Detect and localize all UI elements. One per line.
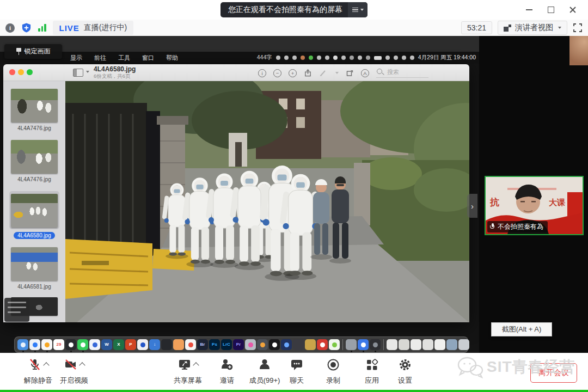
close-button[interactable] (562, 0, 584, 20)
ime-icon[interactable] (292, 56, 297, 60)
moon-icon[interactable] (410, 56, 414, 60)
powerpoint-icon[interactable]: P (125, 339, 136, 350)
thumbnail-image[interactable] (11, 247, 58, 281)
traffic-minimize-button[interactable] (18, 69, 24, 75)
mac-menu-item[interactable]: 工具 (112, 54, 136, 62)
search-field[interactable]: 搜索 (376, 68, 428, 78)
share-icon[interactable] (304, 69, 312, 77)
mac-menu-item[interactable]: 显示 (64, 54, 88, 62)
knot-app-icon[interactable] (89, 339, 100, 350)
capcut-icon[interactable] (269, 339, 280, 350)
mac-menu-item[interactable]: 窗口 (136, 54, 160, 62)
thumbnail-image[interactable] (11, 194, 58, 228)
panel-collapse-arrow[interactable]: › (467, 194, 477, 218)
orange-app-icon[interactable] (173, 339, 184, 350)
finalcut-icon[interactable] (245, 339, 256, 350)
markup-pencil-icon[interactable] (319, 69, 327, 77)
window-thumb[interactable] (399, 339, 409, 350)
participant-video-tile[interactable]: 抗 大课 不会拍照秦有為 (485, 176, 584, 235)
traffic-zoom-button[interactable] (27, 69, 33, 75)
photos-icon[interactable] (41, 339, 52, 350)
sidebar-toggle-icon[interactable] (73, 69, 83, 77)
finder-icon[interactable] (17, 339, 28, 350)
notification-icon[interactable] (317, 56, 321, 60)
photoshop-icon[interactable]: Ps (209, 339, 220, 350)
unmute-button[interactable]: 解除静音 (19, 358, 58, 385)
resolve-icon[interactable] (257, 339, 268, 350)
window-thumb[interactable] (387, 339, 397, 350)
chevron-up-icon[interactable] (193, 362, 199, 368)
chevron-up-icon[interactable] (79, 362, 85, 368)
thumbnail-4L4A7476.jpg[interactable]: 4L4A7476.jpg (9, 89, 59, 132)
fullscreen-icon[interactable] (573, 23, 583, 33)
palette-icon[interactable] (301, 56, 305, 60)
search-icon[interactable] (394, 56, 398, 60)
mic-icon[interactable] (284, 56, 289, 60)
lightroom-icon[interactable]: LrC (221, 339, 232, 350)
record-button[interactable]: 录制 (318, 358, 348, 385)
battery-icon[interactable] (374, 56, 382, 60)
leave-meeting-button[interactable]: 离开会议 (530, 363, 577, 383)
wechat-icon[interactable] (309, 56, 313, 60)
safari-icon[interactable] (29, 339, 40, 350)
invite-button[interactable]: 邀请 (212, 358, 242, 385)
window-thumb[interactable] (411, 339, 421, 350)
compass-app-icon[interactable] (370, 339, 381, 350)
wifi-icon[interactable] (385, 56, 390, 60)
window-thumb[interactable] (422, 339, 433, 350)
apps-button[interactable]: 应用 (357, 358, 387, 385)
thumbnail-4L4A7476.jpg[interactable]: 4L4A7476.jpg (9, 140, 59, 183)
wechat-icon[interactable] (77, 339, 88, 350)
switch-icon[interactable] (358, 56, 362, 60)
bridge-icon[interactable]: Br (197, 339, 208, 350)
thumbnail-4L4A6580.jpg[interactable]: 4L4A6580.jpg (9, 191, 59, 240)
members-button[interactable]: 成员(99+) (242, 358, 287, 385)
excel-icon[interactable]: X (113, 339, 124, 350)
chevron-up-icon[interactable] (43, 362, 49, 368)
screenshot-button[interactable]: 截图(Alt + A) (491, 322, 552, 336)
info-icon[interactable]: i (5, 23, 15, 33)
settings-button[interactable]: 设置 (390, 358, 420, 385)
annotate-icon[interactable]: A (361, 69, 369, 77)
view-mode-selector[interactable]: 演讲者视图 (498, 21, 567, 35)
share-screen-button[interactable]: 共享屏幕 (169, 358, 207, 385)
mac-menu-item[interactable]: 前往 (88, 54, 112, 62)
thumbnail-image[interactable] (11, 89, 58, 122)
qq-icon[interactable] (65, 339, 76, 350)
flame-app-icon[interactable] (185, 339, 196, 350)
play-icon[interactable] (350, 56, 354, 60)
folder-icon[interactable] (446, 339, 457, 350)
lock-view-button[interactable]: 锁定画面 (4, 44, 62, 59)
chevron-down-icon[interactable] (335, 72, 339, 74)
trash-icon[interactable] (458, 339, 469, 350)
network-signal-icon[interactable] (38, 24, 46, 32)
downloader-icon[interactable]: ↓ (149, 339, 160, 350)
camera-icon[interactable] (341, 56, 346, 60)
zoom-out-icon[interactable]: − (273, 69, 281, 77)
rotate-icon[interactable] (346, 69, 354, 77)
thumbnail-4L4A6581.jpg[interactable]: 4L4A6581.jpg (9, 247, 59, 291)
zoom-in-icon[interactable]: + (289, 69, 297, 77)
photo-tool-icon[interactable] (346, 339, 357, 350)
mac-menu-item[interactable]: 帮助 (160, 54, 184, 62)
display-icon[interactable] (402, 56, 406, 60)
terminal-icon[interactable] (161, 339, 172, 350)
globe-app-icon[interactable] (281, 339, 292, 350)
start-video-button[interactable]: 开启视频 (54, 358, 94, 385)
word-icon[interactable]: W (101, 339, 112, 350)
info-icon[interactable]: i (258, 69, 266, 77)
music-app-icon[interactable] (317, 339, 328, 350)
thumbnail-image[interactable] (11, 140, 58, 174)
green-app-icon[interactable] (329, 339, 340, 350)
maximize-button[interactable] (540, 0, 562, 20)
bluetooth-icon[interactable] (366, 56, 370, 60)
minimize-button[interactable] (518, 0, 540, 20)
traffic-close-button[interactable] (9, 69, 15, 75)
premiere-icon[interactable]: Pr (233, 339, 244, 350)
chat-button[interactable]: 聊天 (282, 358, 311, 385)
window-thumb[interactable] (434, 339, 445, 350)
calendar-icon[interactable]: 29 (53, 339, 64, 350)
mountain-app-icon[interactable] (358, 339, 369, 350)
banner-menu-button[interactable] (348, 2, 367, 17)
gold-app-icon[interactable] (305, 339, 316, 350)
